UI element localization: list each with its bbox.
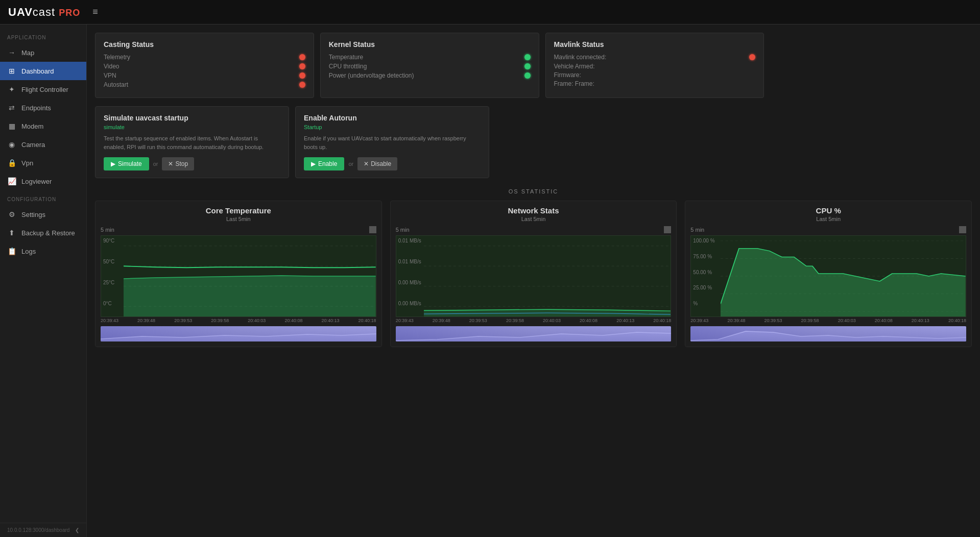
disable-button[interactable]: ✕ Disable: [357, 157, 397, 170]
casting-vpn-item: VPN: [104, 72, 305, 79]
kernel-status-title: Kernel Status: [329, 40, 531, 48]
enable-button[interactable]: ▶ Enable: [304, 157, 344, 170]
svg-marker-18: [690, 331, 966, 341]
sidebar-item-camera[interactable]: ◉ Camera: [0, 135, 86, 154]
sidebar-item-logs[interactable]: 📋 Logs: [0, 242, 86, 260]
sidebar-item-modem[interactable]: ▦ Modem: [0, 117, 86, 135]
sidebar-item-label: Camera: [21, 141, 45, 149]
network-stats-navigator[interactable]: [396, 326, 672, 341]
mavlink-status-card: Mavlink Status Mavlink connected: Vehicl…: [545, 33, 764, 98]
application-section-label: APPLICATION: [0, 29, 86, 43]
header: UAVcast PRO ≡: [0, 0, 980, 25]
casting-telemetry-item: Telemetry: [104, 54, 305, 61]
action-cards-row: Simulate uavcast startup simulate Test t…: [95, 106, 972, 178]
autorun-buttons: ▶ Enable or ✕ Disable: [304, 157, 481, 170]
sidebar-item-map[interactable]: → Map: [0, 43, 86, 62]
mavlink-connected-label: Mavlink connected:: [554, 54, 607, 61]
svg-marker-5: [101, 334, 376, 341]
sidebar-item-dashboard[interactable]: ⊞ Dashboard: [0, 62, 86, 80]
play-icon: ▶: [111, 160, 115, 167]
mavlink-connected-dot: [749, 54, 755, 60]
kernel-cpu-label: CPU throttling: [329, 63, 367, 70]
kernel-temp-dot: [524, 54, 531, 60]
simulate-card: Simulate uavcast startup simulate Test t…: [95, 106, 289, 178]
simulate-title: Simulate uavcast startup: [104, 114, 280, 122]
sidebar-item-label: Flight Controller: [21, 86, 68, 93]
kernel-power-dot: [524, 72, 531, 79]
core-temp-navigator[interactable]: [101, 326, 376, 341]
os-statistic-section: OS STATISTIC Core Temperature Last 5min …: [95, 188, 972, 347]
cpu-expand-button[interactable]: [959, 226, 966, 233]
kernel-status-card: Kernel Status Temperature CPU throttling…: [320, 33, 539, 98]
kernel-cpu-dot: [524, 63, 531, 69]
sidebar-item-backup[interactable]: ⬆ Backup & Restore: [0, 224, 86, 242]
stop-icon: ✕: [168, 160, 173, 167]
cpu-subtitle: Last 5min: [690, 216, 966, 222]
core-temp-area: 90°C 50°C 25°C 0°C: [101, 235, 376, 317]
mavlink-frame-label: Frame: Frame:: [554, 80, 594, 87]
sidebar-item-logviewer[interactable]: 📈 Logviewer: [0, 172, 86, 190]
core-temp-expand-button[interactable]: [369, 226, 376, 233]
autorun-description: Enable if you want UAVcast to start auto…: [304, 134, 481, 151]
settings-icon: ⚙: [7, 210, 16, 218]
network-stats-y-labels: 0.01 MB/s 0.01 MB/s 0.00 MB/s 0.00 MB/s: [396, 236, 423, 316]
simulate-subtitle: simulate: [104, 124, 280, 130]
casting-autostart-label: Autostart: [104, 81, 128, 88]
kernel-power-label: Power (undervoltage detection): [329, 72, 414, 79]
sidebar-collapse-button[interactable]: ❮: [75, 527, 79, 533]
logo: UAVcast PRO: [8, 6, 80, 19]
core-temp-subtitle: Last 5min: [101, 216, 376, 222]
core-temp-chart: Core Temperature Last 5min 5 min 90°C 50…: [95, 201, 382, 347]
simulate-button[interactable]: ▶ Simulate: [104, 157, 149, 170]
logo-uav: UAV: [8, 6, 33, 18]
simulate-buttons: ▶ Simulate or ✕ Stop: [104, 157, 280, 170]
sidebar-item-label: Vpn: [21, 159, 33, 167]
action-empty-slot: [495, 106, 972, 178]
autorun-or-label: or: [348, 161, 353, 167]
chart-icon: 📈: [7, 177, 16, 185]
core-temp-y-labels: 90°C 50°C 25°C 0°C: [101, 236, 116, 316]
mavlink-connected-item: Mavlink connected:: [554, 54, 756, 61]
configuration-section-label: CONFIGURATION: [0, 190, 86, 205]
sidebar-item-endpoints[interactable]: ⇄ Endpoints: [0, 99, 86, 117]
sidebar-url: 10.0.0.128:3000/dashboard: [7, 527, 69, 533]
sidebar-item-label: Logviewer: [21, 178, 52, 185]
casting-autostart-dot: [299, 82, 305, 88]
lock-icon: 🔒: [7, 159, 16, 167]
mavlink-armed-label: Vehicle Armed:: [554, 63, 595, 70]
os-statistic-label: OS STATISTIC: [95, 188, 972, 194]
sidebar: APPLICATION → Map ⊞ Dashboard ✦ Flight C…: [0, 25, 87, 537]
casting-vpn-dot: [299, 72, 305, 79]
autorun-title: Enable Autorun: [304, 114, 481, 122]
mavlink-status-title: Mavlink Status: [554, 40, 756, 48]
sidebar-item-settings[interactable]: ⚙ Settings: [0, 205, 86, 224]
network-stats-header: 5 min: [396, 226, 672, 233]
hamburger-icon[interactable]: ≡: [92, 7, 98, 17]
casting-video-item: Video: [104, 63, 305, 70]
sidebar-item-flight-controller[interactable]: ✦ Flight Controller: [0, 80, 86, 99]
sidebar-item-label: Logs: [21, 248, 36, 255]
cpu-header: 5 min: [690, 226, 966, 233]
network-stats-expand-button[interactable]: [664, 226, 671, 233]
cpu-y-labels: 100.00 % 75.00 % 50.00 % 25.00 % %: [691, 236, 716, 316]
autorun-subtitle: Startup: [304, 124, 481, 130]
kernel-cpu-item: CPU throttling: [329, 63, 531, 70]
core-temp-x-labels: 20:39:43 20:39:48 20:39:53 20:39:58 20:4…: [101, 317, 376, 324]
network-stats-chart: Network Stats Last 5min 5 min 0.01 MB/s …: [390, 201, 677, 347]
sidebar-bottom: 10.0.0.128:3000/dashboard ❮: [0, 523, 86, 537]
cpu-navigator[interactable]: [690, 326, 966, 341]
mavlink-armed-item: Vehicle Armed:: [554, 63, 756, 70]
mavlink-frame-item: Frame: Frame:: [554, 80, 756, 87]
network-stats-x-labels: 20:39:43 20:39:48 20:39:53 20:39:58 20:4…: [396, 317, 672, 324]
svg-marker-11: [396, 332, 672, 341]
casting-status-title: Casting Status: [104, 40, 305, 48]
stop-button[interactable]: ✕ Stop: [162, 157, 194, 170]
core-temp-period: 5 min: [101, 227, 114, 233]
casting-status-card: Casting Status Telemetry Video VPN Autos…: [95, 33, 314, 98]
mavlink-firmware-item: Firmware:: [554, 71, 756, 79]
endpoints-icon: ⇄: [7, 104, 16, 112]
sidebar-item-vpn[interactable]: 🔒 Vpn: [0, 154, 86, 172]
network-stats-period: 5 min: [396, 227, 410, 233]
backup-icon: ⬆: [7, 229, 16, 237]
empty-slot: [770, 33, 972, 98]
